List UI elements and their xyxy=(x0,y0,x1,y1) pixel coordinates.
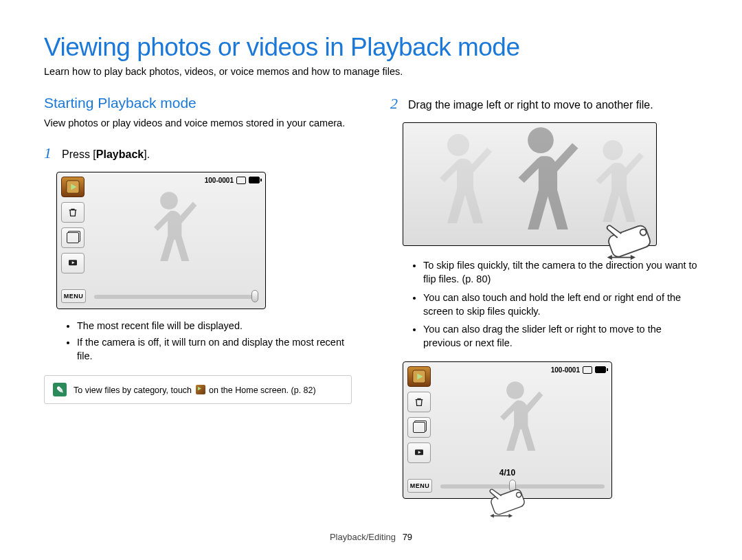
thumbnails-icon xyxy=(407,417,431,438)
file-number: 100-0001 xyxy=(551,366,580,374)
manual-page: Viewing photos or videos in Playback mod… xyxy=(0,0,742,560)
tip-note: ✎ To view files by category, touch on th… xyxy=(44,375,352,404)
page-footer: Playback/Editing 79 xyxy=(0,532,742,542)
slider-knob xyxy=(251,290,258,302)
list-item: You can also touch and hold the left end… xyxy=(423,291,698,319)
hand-drag-icon xyxy=(483,478,532,523)
file-counter: 4/10 xyxy=(499,468,515,478)
lcd-sidebar xyxy=(61,177,85,273)
list-item: If the camera is off, it will turn on an… xyxy=(77,335,352,363)
silhouette-ghost xyxy=(417,128,499,245)
svg-marker-6 xyxy=(607,255,612,260)
lcd-screenshot-1: MENU 100-0001 xyxy=(56,172,266,309)
right-column: 2 Drag the image left or right to move t… xyxy=(390,95,698,500)
sample-photo-silhouette xyxy=(131,186,207,289)
status-bar: 100-0001 xyxy=(205,177,260,184)
footer-section: Playback/Editing xyxy=(330,532,396,542)
note-post: on the Home screen. (p. 82) xyxy=(207,385,316,395)
step-2: 2 Drag the image left or right to move t… xyxy=(390,95,698,113)
trash-icon xyxy=(61,202,85,223)
page-subtitle: Learn how to play back photos, videos, o… xyxy=(44,66,698,77)
sample-photo-silhouette xyxy=(477,375,553,479)
trash-icon xyxy=(407,392,431,412)
menu-button: MENU xyxy=(407,479,432,493)
lcd-sidebar xyxy=(407,366,431,463)
svg-marker-7 xyxy=(631,255,636,260)
silhouette-main xyxy=(493,123,589,245)
battery-icon xyxy=(249,177,260,183)
slider-track xyxy=(94,295,258,299)
note-text: To view files by category, touch on the … xyxy=(74,385,316,395)
svg-marker-14 xyxy=(490,514,494,518)
page-title: Viewing photos or videos in Playback mod… xyxy=(44,33,698,62)
step-text-post: ]. xyxy=(144,148,150,160)
battery-icon xyxy=(595,366,606,373)
page-number: 79 xyxy=(403,532,412,542)
svg-marker-15 xyxy=(508,514,513,518)
hand-drag-icon xyxy=(598,212,660,267)
section-title: Starting Playback mode xyxy=(44,95,352,111)
left-column: Starting Playback mode View photos or pl… xyxy=(44,95,352,500)
card-icon xyxy=(236,177,246,184)
step2-notes: To skip files quickly, tilt the camera t… xyxy=(390,258,698,350)
step-number: 1 xyxy=(44,144,55,162)
menu-button: MENU xyxy=(61,289,86,303)
status-bar: 100-0001 xyxy=(551,366,606,374)
two-column-layout: Starting Playback mode View photos or pl… xyxy=(44,95,698,500)
card-icon xyxy=(583,366,592,374)
play-album-icon xyxy=(407,366,431,387)
step1-notes: The most recent file will be displayed. … xyxy=(44,319,352,363)
step-number: 2 xyxy=(390,95,401,113)
file-number: 100-0001 xyxy=(205,177,234,184)
step-text-pre: Press [ xyxy=(62,148,96,160)
album-icon xyxy=(196,385,205,394)
step-1: 1 Press [Playback]. xyxy=(44,144,352,162)
slideshow-icon xyxy=(407,443,431,463)
drag-illustration xyxy=(403,122,657,246)
step-text: Press [Playback]. xyxy=(62,147,150,162)
note-icon: ✎ xyxy=(53,383,67,396)
play-album-icon xyxy=(61,177,85,197)
list-item: You can also drag the slider left or rig… xyxy=(423,322,698,350)
step-text: Drag the image left or right to move to … xyxy=(408,98,653,113)
thumbnails-icon xyxy=(61,227,85,248)
list-item: The most recent file will be displayed. xyxy=(77,319,352,333)
lcd-screenshot-2: MENU 100-0001 4/10 xyxy=(403,361,612,499)
note-pre: To view files by category, touch xyxy=(74,385,194,395)
slideshow-icon xyxy=(61,253,85,273)
section-description: View photos or play videos and voice mem… xyxy=(44,117,352,131)
step-text-bold: Playback xyxy=(96,148,144,160)
